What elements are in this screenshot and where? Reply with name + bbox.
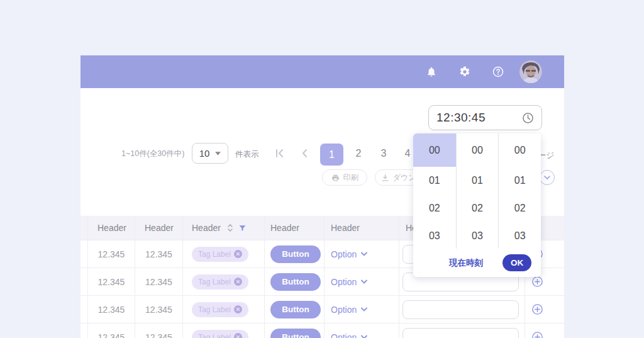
cell-number: 12.345 [80,296,88,323]
add-circle-icon[interactable] [532,304,543,315]
chevron-down-icon [544,174,550,181]
bell-icon[interactable] [426,66,437,77]
option-label: Option [331,249,357,259]
tag-chip: Tag Label [192,330,248,338]
column-header: Header [135,216,183,240]
page-size-select[interactable]: 10 [192,143,228,164]
cell-number: 12.345 [88,240,135,268]
print-label: 印刷 [343,172,358,183]
current-time-link[interactable]: 現在時刻 [449,257,483,269]
cell-number: 12.345 [88,268,135,295]
timepicker-hour-option[interactable]: 02 [413,194,456,222]
column-header: Header [88,216,135,240]
cell-number: 12.345 [80,324,88,338]
add-circle-icon[interactable] [532,332,543,338]
tag-label: Tag Label [198,250,231,259]
cell-number: 12.345 [135,324,183,338]
sort-icon[interactable] [227,223,233,232]
help-icon[interactable] [492,66,504,77]
timepicker-second-option[interactable]: 03 [499,222,541,250]
row-action-button[interactable]: Button [270,301,321,318]
cell-number: 12.345 [80,268,88,295]
pagination-summary: 1~10件(全30件中) [121,149,184,159]
timepicker-hour-option[interactable]: 01 [413,167,456,194]
caret-down-icon [215,152,221,155]
timepicker-minute-option[interactable]: 03 [457,222,499,250]
row-action-button[interactable]: Button [270,245,321,263]
table-row: 12.345 12.345 12.345 Tag Label Button Op… [80,296,564,324]
page-size-unit-label: 件表示 [235,149,259,160]
option-select[interactable]: Option [331,249,367,259]
top-bar [80,55,564,88]
print-button[interactable]: 印刷 [322,169,367,186]
row-action-button[interactable]: Button [270,273,321,291]
timepicker-hour-option[interactable]: 03 [413,222,456,250]
timepicker-minute-option[interactable]: 02 [457,194,499,222]
row-action-button[interactable]: Button [270,329,321,338]
download-icon [381,174,389,182]
cell-number: 12.345 [80,240,88,268]
option-label: Option [331,277,357,287]
tag-chip: Tag Label [192,302,248,317]
page-button-2[interactable]: 2 [350,148,367,159]
option-label: Option [331,305,357,315]
prev-page-icon[interactable] [299,148,310,159]
column-header-label: Header [192,223,221,233]
timepicker-hours-column: 00 01 02 03 [413,133,456,249]
filter-icon[interactable] [238,224,247,232]
column-header: Header [325,216,399,240]
time-input-value: 12:30:45 [436,111,486,125]
cell-number: 12.345 [88,296,135,323]
chevron-down-icon [361,279,367,284]
timepicker-second-option[interactable]: 02 [499,194,541,222]
cell-number: 12.345 [135,296,183,323]
tag-label: Tag Label [198,333,231,338]
time-picker-popup: 00 01 02 03 00 01 02 03 00 01 02 03 現在時刻… [413,133,541,277]
cell-number: 12.345 [88,324,135,338]
tag-label: Tag Label [198,305,231,314]
app-window: 12:30:45 1~10件(全30件中) 10 件表示 1 2 3 4 ページ… [80,55,564,338]
tag-remove-icon[interactable] [234,305,242,313]
page-size-value: 10 [199,148,210,159]
timepicker-second-option[interactable]: 01 [499,167,541,194]
timepicker-hour-option-selected[interactable]: 00 [413,133,456,167]
timepicker-minutes-column: 00 01 02 03 [456,133,499,249]
column-header: Header [265,216,325,240]
chevron-down-icon [361,335,367,338]
tag-remove-icon[interactable] [234,278,242,286]
add-circle-icon[interactable] [532,276,543,287]
clock-icon [522,112,534,124]
gear-icon[interactable] [459,66,470,77]
avatar[interactable] [519,60,542,83]
timepicker-seconds-column: 00 01 02 03 [498,133,541,249]
printer-icon [331,174,340,182]
chevron-down-icon [361,307,367,312]
chevron-down-icon [361,252,367,256]
cell-number: 12.345 [135,268,183,295]
timepicker-minute-option[interactable]: 01 [457,167,499,194]
page-button-3[interactable]: 3 [375,148,392,159]
option-select[interactable]: Option [331,305,367,315]
option-label: Option [331,332,357,338]
tag-chip: Tag Label [192,274,248,290]
tag-remove-icon[interactable] [234,250,242,258]
row-text-input[interactable] [402,300,519,319]
row-text-input[interactable] [402,328,519,338]
table-row: 12.345 12.345 12.345 Tag Label Button Op… [80,324,564,338]
time-input[interactable]: 12:30:45 [428,105,542,130]
tag-remove-icon[interactable] [234,333,242,338]
timepicker-second-option[interactable]: 00 [499,133,541,167]
tag-chip: Tag Label [192,247,248,262]
more-circle-button[interactable] [540,170,555,185]
option-select[interactable]: Option [331,277,367,287]
cell-number: 12.345 [135,240,183,268]
timepicker-minute-option[interactable]: 00 [457,133,499,167]
tag-label: Tag Label [198,278,231,286]
column-header-sortable: Header [183,216,265,240]
option-select[interactable]: Option [331,332,367,338]
ok-button[interactable]: OK [502,254,531,271]
first-page-icon[interactable] [274,148,285,159]
page-button-1[interactable]: 1 [320,144,343,166]
column-header: Header [80,216,88,240]
